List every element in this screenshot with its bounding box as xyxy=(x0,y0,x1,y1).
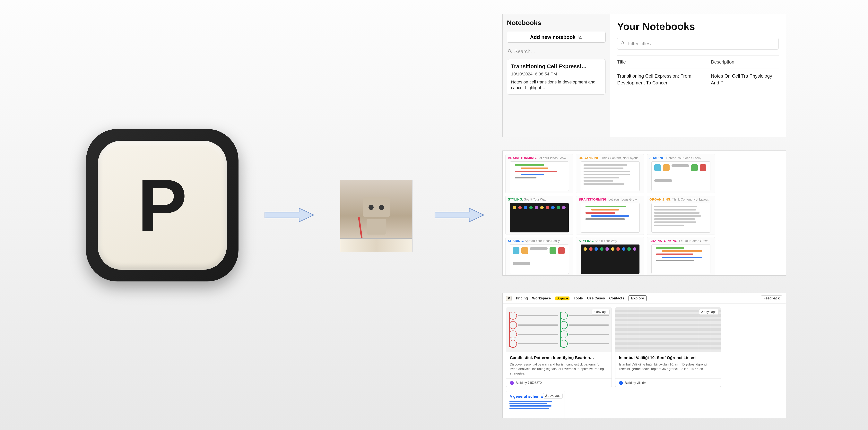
feature-header: STYLING.See It Your Way xyxy=(579,239,642,243)
notebooks-panel: Notebooks Add new notebook Search… Trans… xyxy=(502,14,786,137)
notebooks-sidebar: Notebooks Add new notebook Search… Trans… xyxy=(503,14,610,137)
app-icon-tile: P xyxy=(98,141,227,270)
feature-mock xyxy=(651,244,710,274)
notebook-item-desc: Notes on cell transitions in development… xyxy=(511,79,601,91)
notebook-item-date: 10/10/2024, 6:08:54 PM xyxy=(511,71,601,76)
feature-header: SHARING.Spread Your Ideas Easily xyxy=(508,239,571,243)
feature-tag: ORGANIZING. xyxy=(579,156,600,160)
feature-tag: STYLING. xyxy=(508,198,523,201)
feature-subtitle: Spread Your Ideas Easily xyxy=(666,156,701,160)
th-title[interactable]: Title xyxy=(617,59,711,65)
td-description: Notes On Cell Tra Physiology And P xyxy=(711,73,779,86)
feature-card[interactable]: ORGANIZING.Think Content, Not Layout xyxy=(647,196,715,235)
filter-input[interactable]: Filter titles… xyxy=(617,38,779,50)
feature-subtitle: See It Your Way xyxy=(524,198,546,201)
robot-body xyxy=(367,219,386,235)
feature-tag: ORGANIZING. xyxy=(649,198,671,201)
features-panel: BRAINSTORMING.Let Your Ideas GrowORGANIZ… xyxy=(502,151,786,276)
notebooks-main: Your Notebooks Filter titles… Title Desc… xyxy=(610,14,786,137)
feed-title: İstanbul Valiliği 10. Sınıf Öğrenci List… xyxy=(619,355,717,360)
feature-header: BRAINSTORMING.Let Your Ideas Grow xyxy=(508,156,571,160)
feature-card[interactable]: STYLING.See It Your Way xyxy=(576,237,644,276)
robot-book xyxy=(340,238,412,252)
feature-subtitle: Think Content, Not Layout xyxy=(601,156,638,160)
feature-card[interactable]: SHARING.Spread Your Ideas Easily xyxy=(505,237,574,276)
nav-explore[interactable]: Explore xyxy=(628,295,647,301)
edit-icon xyxy=(578,34,583,40)
feature-card[interactable]: SHARING.Spread Your Ideas Easily xyxy=(647,154,715,193)
avatar xyxy=(510,381,514,385)
nav-tools[interactable]: Tools xyxy=(574,296,583,300)
feature-card[interactable]: ORGANIZING.Think Content, Not Layout xyxy=(576,154,644,193)
feed-body: İstanbul Valiliği 10. Sınıf Öğrenci List… xyxy=(615,352,721,378)
table-header: Title Description xyxy=(617,56,779,68)
feed-footer: Build by 71526870 xyxy=(506,378,612,387)
feature-header: BRAINSTORMING.Let Your Ideas Grow xyxy=(649,239,712,243)
table-row[interactable]: Transitioning Cell Expression: From Deve… xyxy=(617,68,779,91)
nav-pricing[interactable]: Pricing xyxy=(516,296,528,300)
feed-thumbnail: A general schematic*TrainingTesting2 day… xyxy=(506,391,565,418)
feature-mock xyxy=(581,161,640,191)
feature-tag: BRAINSTORMING. xyxy=(508,156,537,160)
robot-illustration xyxy=(340,180,412,252)
nav-contacts[interactable]: Contacts xyxy=(609,296,624,300)
feed-description: Discover essential bearish and bullish c… xyxy=(510,362,608,376)
feed-time-badge: 2 days ago xyxy=(699,309,719,315)
feature-subtitle: Spread Your Ideas Easily xyxy=(525,239,560,243)
search-icon xyxy=(620,41,625,47)
feed-panel: P Pricing Workspace Upgrade Tools Use Ca… xyxy=(502,293,786,418)
feed-description: İstanbul Valiliği'ne bağlı bir okulun 10… xyxy=(619,362,717,376)
notebook-item[interactable]: Transitioning Cell Expressi… 10/10/2024,… xyxy=(507,59,606,95)
feature-header: BRAINSTORMING.Let Your Ideas Grow xyxy=(579,198,642,201)
svg-point-1 xyxy=(508,50,511,52)
feature-subtitle: Let Your Ideas Grow xyxy=(609,198,637,201)
th-description[interactable]: Description xyxy=(711,59,779,65)
feed-author: Build by 71526870 xyxy=(516,381,542,385)
feed-card[interactable]: A general schematic*TrainingTesting2 day… xyxy=(506,391,565,418)
feed-title: Candlestick Patterns: Identifying Bearis… xyxy=(510,355,608,360)
notebooks-search[interactable]: Search… xyxy=(507,49,606,55)
upgrade-badge[interactable]: Upgrade xyxy=(555,297,569,300)
nav-usecases[interactable]: Use Cases xyxy=(587,296,605,300)
feed-body: Candlestick Patterns: Identifying Bearis… xyxy=(506,352,612,378)
feed-nav: P Pricing Workspace Upgrade Tools Use Ca… xyxy=(503,294,786,304)
app-icon: P xyxy=(86,129,239,281)
app-icon-letter: P xyxy=(137,163,187,248)
feed-time-badge: 2 days ago xyxy=(543,393,563,399)
feature-card[interactable]: STYLING.See It Your Way xyxy=(505,196,574,235)
feature-tag: SHARING. xyxy=(508,239,524,243)
feedback-button[interactable]: Feedback xyxy=(761,295,782,301)
search-placeholder: Search… xyxy=(514,49,535,55)
feature-subtitle: Think Content, Not Layout xyxy=(672,198,709,201)
nav-workspace[interactable]: Workspace xyxy=(532,296,551,300)
svg-rect-0 xyxy=(579,35,582,38)
brand-logo[interactable]: P xyxy=(506,296,512,301)
td-title: Transitioning Cell Expression: From Deve… xyxy=(617,73,711,86)
feature-mock xyxy=(510,244,569,274)
feature-card[interactable]: BRAINSTORMING.Let Your Ideas Grow xyxy=(647,237,715,276)
feature-mock xyxy=(651,161,710,191)
feed-author: Build by yildirim xyxy=(625,381,647,385)
feed-thumbnail: 2 days ago xyxy=(615,307,721,352)
feature-mock xyxy=(651,203,710,233)
feature-card[interactable]: BRAINSTORMING.Let Your Ideas Grow xyxy=(505,154,574,193)
feature-header: ORGANIZING.Think Content, Not Layout xyxy=(649,198,712,201)
feed-footer: Build by yildirim xyxy=(615,378,721,387)
add-notebook-button[interactable]: Add new notebook xyxy=(507,32,606,42)
feed-card[interactable]: 2 days agoİstanbul Valiliği 10. Sınıf Öğ… xyxy=(615,307,721,388)
notebooks-heading: Notebooks xyxy=(507,19,606,27)
feed-card[interactable]: a day agoCandlestick Patterns: Identifyi… xyxy=(506,307,612,388)
feed-thumbnail: a day ago xyxy=(506,307,612,352)
feature-subtitle: Let Your Ideas Grow xyxy=(679,239,708,243)
feature-mock xyxy=(581,244,640,274)
feature-tag: BRAINSTORMING. xyxy=(649,239,678,243)
arrow-icon xyxy=(264,206,315,224)
avatar xyxy=(619,381,623,385)
feature-tag: BRAINSTORMING. xyxy=(579,198,608,201)
feed-grid: a day agoCandlestick Patterns: Identifyi… xyxy=(503,304,786,418)
feature-card[interactable]: BRAINSTORMING.Let Your Ideas Grow xyxy=(576,196,644,235)
feature-mock xyxy=(510,203,569,233)
feed-time-badge: a day ago xyxy=(592,309,610,315)
feature-subtitle: Let Your Ideas Grow xyxy=(537,156,566,160)
feature-header: STYLING.See It Your Way xyxy=(508,198,571,201)
